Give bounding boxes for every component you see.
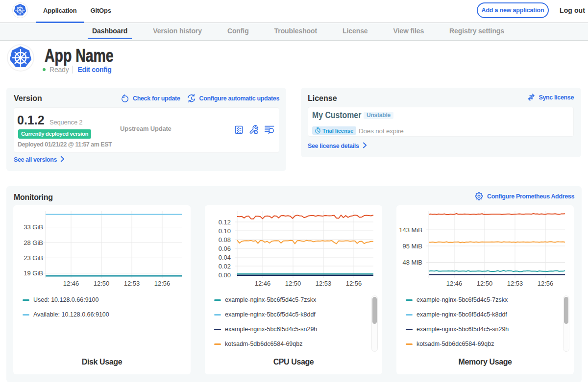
svg-text:12:46: 12:46 xyxy=(63,280,79,287)
svg-text:0.12: 0.12 xyxy=(219,219,231,226)
svg-text:12:56: 12:56 xyxy=(538,280,554,287)
svg-text:23 GiB: 23 GiB xyxy=(24,254,43,262)
svg-text:0.02: 0.02 xyxy=(219,263,231,270)
svg-text:12:53: 12:53 xyxy=(124,280,140,287)
svg-text:0.10: 0.10 xyxy=(219,227,231,235)
svg-text:28 GiB: 28 GiB xyxy=(24,239,43,246)
svg-text:12:53: 12:53 xyxy=(507,280,523,287)
svg-text:12:46: 12:46 xyxy=(255,280,271,287)
svg-text:12:50: 12:50 xyxy=(477,280,493,287)
svg-text:0.04: 0.04 xyxy=(219,254,231,261)
svg-text:0.00: 0.00 xyxy=(219,271,231,279)
svg-text:19 GiB: 19 GiB xyxy=(24,269,43,277)
svg-text:12:50: 12:50 xyxy=(94,280,110,287)
svg-text:48 MiB: 48 MiB xyxy=(403,259,422,266)
svg-text:12:53: 12:53 xyxy=(316,280,332,287)
svg-text:12:50: 12:50 xyxy=(285,280,301,287)
svg-text:12:56: 12:56 xyxy=(346,280,362,287)
svg-text:12:46: 12:46 xyxy=(446,280,463,287)
svg-text:33 GiB: 33 GiB xyxy=(24,223,43,231)
svg-text:0.08: 0.08 xyxy=(219,236,231,244)
svg-text:0.06: 0.06 xyxy=(219,245,231,252)
svg-text:12:56: 12:56 xyxy=(154,280,171,287)
svg-text:143 MiB: 143 MiB xyxy=(399,226,422,234)
svg-text:95 MiB: 95 MiB xyxy=(403,243,422,250)
